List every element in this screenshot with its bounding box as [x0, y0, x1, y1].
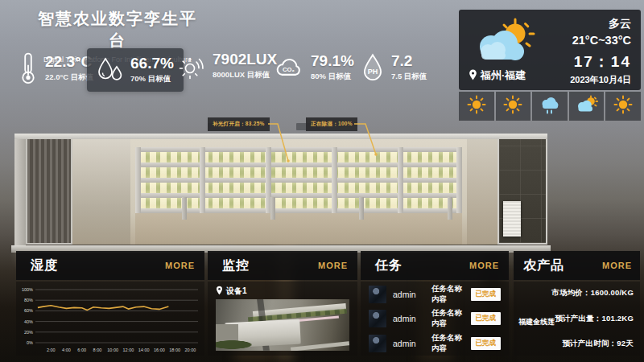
- container-left-frame: [14, 134, 26, 246]
- products-panel-title: 农产品: [523, 257, 564, 274]
- svg-text:0%: 0%: [27, 340, 33, 345]
- co2-cloud-icon: CO₂: [274, 55, 304, 80]
- weather-forecast-row: [459, 92, 641, 121]
- humidity-panel-title: 湿度: [31, 257, 58, 274]
- avatar: [369, 335, 386, 352]
- task-user: admin: [393, 314, 425, 323]
- sunny-icon: [613, 95, 633, 117]
- svg-text:4:00: 4:00: [62, 348, 71, 352]
- avatar: [369, 286, 386, 303]
- sunny-icon: [503, 95, 522, 117]
- task-name: 任务名称内容: [431, 333, 464, 354]
- tasks-panel: 任务 MORE admin 任务名称内容 已完成 admin 任务名称内容 已完…: [361, 251, 509, 356]
- weather-time: 17：14: [570, 51, 631, 72]
- weather-date: 2023年10月4日: [570, 74, 631, 86]
- tasks-panel-title: 任务: [375, 257, 402, 274]
- monitor-panel-title: 监控: [222, 257, 250, 274]
- svg-text:20:00: 20:00: [184, 348, 196, 352]
- forecast-cell[interactable]: [459, 92, 494, 121]
- products-panel: 农产品 MORE 福建金线莲 市场均价：1600.00/KG 预计产出量：101…: [514, 251, 640, 356]
- rain-icon: [539, 95, 560, 117]
- product-stat-yield: 预计产出量：101.2KG: [555, 314, 634, 324]
- humidity-chart: 0%20%40%60%80%100%2:004:006:008:0010:001…: [16, 282, 204, 356]
- svg-text:CO₂: CO₂: [283, 66, 295, 73]
- svg-text:80%: 80%: [24, 298, 33, 302]
- humidity-panel: 湿度 MORE 0%20%40%60%80%100%2:004:006:008:…: [16, 251, 204, 356]
- container-right-door: [497, 138, 547, 245]
- avatar: [369, 310, 386, 327]
- product-stat-time: 预计产出时间：92天: [562, 339, 634, 349]
- container-left-door: [26, 138, 72, 245]
- weather-location: 福州·福建: [481, 68, 526, 83]
- metric-value: 7.2: [391, 53, 427, 69]
- svg-text:14:00: 14:00: [138, 348, 150, 352]
- svg-text:16:00: 16:00: [154, 348, 165, 352]
- container-interior-wall-right: [467, 139, 497, 245]
- container-shelf-zone: [130, 139, 467, 245]
- forecast-cell[interactable]: [496, 92, 531, 121]
- metric-value: 79.1%: [311, 53, 354, 69]
- task-row[interactable]: admin 任务名称内容 已完成: [361, 306, 509, 331]
- device-label: 设备1: [226, 286, 247, 297]
- metric-co2: CO₂ 79.1% 80% 目标值: [274, 53, 354, 82]
- container-3d-scene[interactable]: [14, 134, 547, 246]
- sunlight-icon: [177, 51, 206, 81]
- location-pin-icon: [469, 69, 477, 83]
- task-row[interactable]: admin 任务名称内容 已完成: [361, 282, 509, 306]
- annotation-grow-light[interactable]: 补光灯开启：83.25%: [208, 117, 270, 131]
- monitor-panel: 监控 MORE 设备1: [208, 251, 357, 356]
- annotation-dehumidify[interactable]: 正在除湿：100%: [306, 117, 357, 131]
- svg-text:40%: 40%: [24, 319, 33, 324]
- svg-text:60%: 60%: [24, 308, 33, 313]
- svg-text:100%: 100%: [22, 287, 33, 292]
- annotation-label: 正在除湿：100%: [311, 121, 353, 126]
- metric-temperature: 22.3°C 22.0°C 目标值: [18, 51, 93, 86]
- weather-panel: 多云 21°C~33°C 17：14 2023年10月4日 福州·福建: [459, 10, 641, 121]
- forecast-cell[interactable]: [605, 92, 641, 121]
- location-pin-icon: [216, 286, 223, 297]
- cloud-sun-icon: [576, 95, 598, 117]
- task-user: admin: [393, 290, 425, 299]
- status-badge: 已完成: [471, 337, 502, 350]
- tasks-more-button[interactable]: MORE: [469, 261, 499, 270]
- products-more-button[interactable]: MORE: [602, 261, 632, 270]
- water-drops-icon: [95, 55, 124, 85]
- container-top-rail: [14, 134, 547, 139]
- svg-text:12:00: 12:00: [123, 348, 134, 352]
- task-row[interactable]: admin 任务名称内容 已完成: [361, 331, 509, 356]
- page-title: 智慧农业数字孪生平台: [31, 8, 204, 51]
- svg-text:2:00: 2:00: [47, 348, 56, 352]
- product-stat-price: 市场均价：1600.00/KG: [551, 288, 634, 298]
- task-user: admin: [393, 339, 425, 348]
- camera-feed[interactable]: [216, 299, 349, 351]
- humidity-more-button[interactable]: MORE: [165, 261, 195, 270]
- svg-text:18:00: 18:00: [169, 348, 180, 352]
- cloud-sun-icon: [470, 18, 536, 72]
- forecast-cell[interactable]: [532, 92, 568, 121]
- weather-condition: 多云: [572, 17, 631, 31]
- thermometer-icon: [18, 51, 39, 86]
- metric-value: 7902LUX: [213, 51, 277, 68]
- dashboard-root: 智慧农业数字孪生平台 Digital Twin Platform For Int…: [0, 0, 644, 362]
- metric-humidity[interactable]: 66.7% 70% 目标值: [87, 48, 184, 92]
- container-floor: [135, 213, 462, 245]
- forecast-cell[interactable]: [569, 92, 605, 121]
- svg-text:6:00: 6:00: [77, 348, 86, 352]
- annotation-label: 补光灯开启：83.25%: [213, 121, 265, 126]
- svg-text:PH: PH: [368, 68, 378, 76]
- status-badge: 已完成: [471, 288, 502, 301]
- metric-target: 8000LUX 目标值: [213, 70, 277, 80]
- monitor-more-button[interactable]: MORE: [318, 261, 348, 270]
- metric-target: 70% 目标值: [130, 74, 174, 84]
- task-name: 任务名称内容: [431, 284, 464, 305]
- svg-text:10:00: 10:00: [107, 348, 118, 352]
- svg-text:8:00: 8:00: [93, 348, 102, 352]
- sunny-icon: [467, 95, 486, 117]
- status-badge: 已完成: [471, 312, 502, 325]
- task-name: 任务名称内容: [431, 308, 464, 329]
- weather-temp-range: 21°C~33°C: [572, 34, 631, 47]
- container-interior-wall-left: [72, 139, 130, 245]
- metric-value: 66.7%: [130, 56, 174, 72]
- weather-current: 多云 21°C~33°C 17：14 2023年10月4日 福州·福建: [459, 10, 641, 90]
- metric-target: 7.5 目标值: [391, 72, 427, 82]
